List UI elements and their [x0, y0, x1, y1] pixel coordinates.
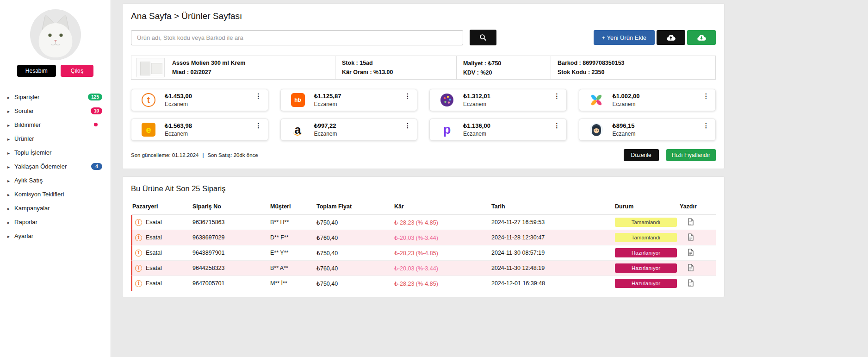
sidebar-item-sorular[interactable]: Sorular 10	[0, 104, 111, 118]
sidebar-item-toplu-islemler[interactable]: Toplu İşlemler	[0, 145, 111, 159]
order-date: 2024-11-28 12:30:47	[491, 234, 615, 241]
column-header-pazaryeri: Pazaryeri	[132, 203, 192, 210]
marketplace-price-card: ₺997,22 Eczanem	[280, 119, 418, 141]
order-customer: D** F**	[270, 234, 316, 241]
sidebar-item-label: Sorular	[14, 107, 91, 114]
order-row[interactable]: Esatal 9644258323 B** A** ₺760,40 ₺-20,0…	[131, 261, 716, 276]
order-customer: E** Y**	[270, 250, 316, 256]
print-button[interactable]	[680, 264, 716, 273]
product-expiry: Miad : 02/2027	[172, 69, 245, 75]
kebab-menu-icon[interactable]	[552, 92, 562, 100]
trendyol-icon	[135, 280, 142, 287]
cloud-upload-button[interactable]	[657, 30, 685, 45]
product-stock: Stok : 15ad	[342, 60, 450, 66]
sidebar-item-label: Raporlar	[14, 219, 103, 225]
search-button[interactable]	[470, 30, 496, 45]
print-icon	[687, 264, 694, 271]
order-number: 9644258323	[192, 265, 270, 271]
sidebar-item-yaklasan-odemeler[interactable]: Yaklaşan Ödemeler 4	[0, 159, 111, 173]
cloud-download-button[interactable]	[687, 30, 716, 45]
print-button[interactable]	[680, 249, 716, 257]
order-total: ₺760,40	[316, 234, 394, 241]
order-date: 2024-11-30 08:57:19	[491, 250, 615, 256]
order-total: ₺760,40	[316, 265, 394, 272]
marketplace-price-card: ₺1.002,00 Eczanem	[579, 89, 716, 111]
chevron-right-icon	[7, 121, 14, 128]
order-marketplace: Esatal	[146, 265, 162, 271]
marketplace-price: ₺1.453,00	[165, 93, 192, 100]
print-button[interactable]	[680, 233, 716, 242]
sidebar-item-label: Aylık Satış	[14, 177, 103, 184]
marketplace-price: ₺1.136,00	[463, 122, 490, 129]
store-name: Eczanem	[165, 101, 192, 107]
quick-price-button[interactable]: Hızlı Fiyatlandır	[666, 149, 716, 161]
trendyol-logo-icon	[142, 93, 155, 107]
sidebar-item-urunler[interactable]: Ürünler	[0, 132, 111, 145]
orders-title: Bu Ürüne Ait Son 25 Sipariş	[131, 184, 716, 193]
order-row[interactable]: Esatal 9636715863 B** H** ₺750,40 ₺-28,2…	[131, 215, 716, 230]
account-button[interactable]: Hesabım	[17, 65, 56, 77]
chevron-right-icon	[7, 205, 14, 212]
product-panel: Ana Sayfa > Ürünler Sayfası + Yeni Ürün …	[123, 4, 724, 169]
add-product-button[interactable]: + Yeni Ürün Ekle	[594, 30, 655, 45]
sidebar-item-label: Toplu İşlemler	[14, 149, 103, 156]
order-row[interactable]: Esatal 9647005701 M** İ** ₺750,40 ₺-28,2…	[131, 276, 716, 291]
logout-button[interactable]: Çıkış	[61, 65, 93, 77]
edit-button[interactable]: Düzenle	[624, 149, 659, 161]
status-badge: Tamamlandı	[615, 218, 677, 227]
order-total: ₺750,40	[316, 250, 394, 257]
kebab-menu-icon[interactable]	[403, 92, 412, 100]
kebab-menu-icon[interactable]	[254, 92, 263, 100]
purple-p-logo-icon	[440, 123, 454, 137]
breadcrumb-home-link[interactable]: Ana Sayfa	[131, 11, 172, 21]
amazon-logo-icon	[291, 123, 305, 137]
product-thumbnail	[136, 58, 165, 77]
order-row[interactable]: Esatal 9643897901 E** Y** ₺750,40 ₺-28,2…	[131, 245, 716, 261]
sidebar-menu: Siparişler 125 Sorular 10 Bildirimler Ür…	[0, 90, 111, 243]
order-marketplace: Esatal	[146, 280, 162, 287]
product-stock-code: Stok Kodu : 2350	[558, 69, 709, 75]
marketplace-price-card: ₺896,15 Eczanem	[579, 119, 716, 141]
chevron-right-icon	[7, 191, 14, 198]
print-icon	[687, 249, 694, 256]
status-badge: Tamamlandı	[615, 233, 677, 242]
sidebar-item-bildirimler[interactable]: Bildirimler	[0, 118, 111, 132]
product-name: Assos Molien 300 ml Krem	[172, 60, 245, 66]
breadcrumb-separator: >	[174, 11, 179, 21]
sidebar-item-raporlar[interactable]: Raporlar	[0, 215, 111, 229]
kebab-menu-icon[interactable]	[552, 122, 562, 129]
marketplace-price-card: ₺1.563,98 Eczanem	[131, 119, 268, 141]
kebab-menu-icon[interactable]	[701, 92, 711, 100]
mascot-circle-logo-icon	[589, 123, 603, 137]
product-vat: KDV : %20	[463, 69, 544, 76]
order-number: 9638697029	[192, 234, 270, 241]
sidebar-item-komisyon-teklifleri[interactable]: Komisyon Teklifleri	[0, 187, 111, 201]
order-total: ₺750,40	[316, 280, 394, 287]
chevron-right-icon	[7, 232, 14, 239]
sidebar-item-siparisler[interactable]: Siparişler 125	[0, 90, 111, 104]
sidebar-item-aylik-satis[interactable]: Aylık Satış	[0, 173, 111, 187]
chevron-right-icon	[7, 107, 14, 114]
kebab-menu-icon[interactable]	[701, 122, 711, 129]
sidebar-item-ayarlar[interactable]: Ayarlar	[0, 229, 111, 243]
column-header-musteri: Müşteri	[270, 203, 316, 210]
purple-dots-logo-icon	[440, 93, 454, 107]
print-button[interactable]	[680, 279, 716, 288]
order-customer: B** H**	[270, 219, 316, 225]
kebab-menu-icon[interactable]	[403, 122, 412, 129]
order-number: 9647005701	[192, 280, 270, 287]
order-profit: ₺-20,03 (%-3.44)	[394, 234, 491, 241]
last-update-text: Son güncelleme: 01.12.2024	[131, 152, 198, 158]
print-button[interactable]	[680, 218, 716, 227]
order-marketplace: Esatal	[146, 219, 162, 225]
search-input[interactable]	[131, 30, 463, 45]
kebab-menu-icon[interactable]	[254, 122, 263, 129]
toolbar: + Yeni Ürün Ekle	[131, 30, 716, 45]
sidebar-item-kampanyalar[interactable]: Kampanyalar	[0, 201, 111, 215]
profile-avatar	[30, 9, 81, 60]
order-row[interactable]: Esatal 9638697029 D** F** ₺760,40 ₺-20,0…	[131, 230, 716, 245]
order-profit: ₺-20,03 (%-3.44)	[394, 265, 491, 272]
cloud-download-icon	[697, 33, 706, 42]
chevron-right-icon	[7, 219, 14, 225]
trendyol-icon	[135, 250, 142, 257]
